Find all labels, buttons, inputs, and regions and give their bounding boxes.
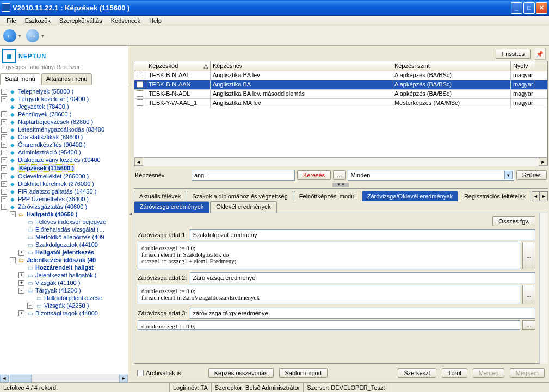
expand-icon[interactable]: +	[1, 111, 7, 117]
tree-item[interactable]: +◆Létesítménygazdálkodás (83400	[1, 126, 127, 133]
tree-item[interactable]: ▭Szakdolgozatok (44100	[1, 241, 127, 248]
scroll-left-arrow[interactable]: ◄	[0, 375, 9, 382]
expand-icon[interactable]: +	[1, 96, 7, 102]
tree-item[interactable]: +▭Hallgatói jelentkezés	[1, 248, 127, 256]
row-checkbox[interactable]	[137, 72, 143, 78]
tree-item[interactable]: -▭Tárgyak (41200 )	[1, 287, 127, 294]
panel-collapse-toggle[interactable]: ▼▼	[332, 183, 349, 187]
tree-item[interactable]: -🗂Jelentkezési időszak (40	[1, 256, 127, 264]
row-checkbox[interactable]	[137, 90, 143, 97]
navigation-tree[interactable]: +◆Telephelyek (55800 )+◆Tárgyak kezelése…	[0, 85, 128, 374]
expand-icon[interactable]: +	[1, 196, 7, 202]
expand-icon[interactable]: -	[10, 211, 16, 217]
expand-icon[interactable]: +	[18, 310, 24, 316]
expand-icon[interactable]: +	[1, 189, 7, 195]
pin-icon[interactable]: 📌	[534, 48, 546, 60]
expand-icon[interactable]: +	[18, 272, 24, 278]
expand-icon[interactable]: +	[1, 157, 7, 163]
expand-icon[interactable]: +	[1, 173, 7, 179]
code-textarea[interactable]: double osszeg1 := 0.0; foreach elem1 in …	[138, 285, 520, 304]
tree-item[interactable]: +◆Órarendkészítés (90400 )	[1, 141, 127, 148]
tab-own-menu[interactable]: Saját menü	[0, 73, 40, 85]
filter-button[interactable]: Szűrés	[516, 170, 547, 180]
tree-item[interactable]: ◆Jegyzetek (78400 )	[1, 103, 127, 110]
table-row[interactable]: TEBK-B-N-AANAnglisztika BAAlapképzés (BA…	[134, 80, 547, 90]
tree-item[interactable]: +▭Bizottsági tagok (44000	[1, 309, 127, 317]
dropdown-arrow-icon[interactable]: ▼	[504, 171, 513, 179]
tree-item[interactable]: +◆Diákhitel kérelmek (276000 )	[1, 180, 127, 188]
expand-icon[interactable]: +	[1, 181, 7, 187]
grid-scroll-right[interactable]: ►	[539, 158, 547, 166]
module-tab[interactable]: Záróvizsga/Oklevél eredmények	[362, 191, 458, 201]
expand-icon[interactable]: +	[1, 127, 7, 133]
row-checkbox[interactable]	[137, 81, 143, 88]
tab-general-menu[interactable]: Általános menü	[41, 73, 92, 85]
expand-icon[interactable]: +	[27, 303, 33, 309]
forward-dropdown[interactable]: ▾	[41, 33, 47, 39]
tree-item[interactable]: +▭Vizsgák (42250 )	[1, 302, 127, 309]
sub-tab[interactable]: Oklevél eredmények	[210, 201, 276, 213]
expand-icon[interactable]: -	[10, 257, 16, 263]
module-tab[interactable]: Szakok a diplomához és végzettség	[187, 191, 293, 201]
expand-icon[interactable]: +	[1, 134, 7, 140]
row-checkbox[interactable]	[137, 99, 143, 106]
tree-item[interactable]: +◆Pénzügyek (78600 )	[1, 110, 127, 118]
tree-item[interactable]: ▭Hozzárendelt hallgat	[1, 264, 127, 271]
module-tab[interactable]: Aktuális félévek	[134, 191, 186, 201]
edit-button[interactable]: Szerkeszt	[398, 368, 436, 378]
module-tab[interactable]: Felnőttképzési modul	[294, 191, 361, 201]
menu-file[interactable]: File	[2, 16, 21, 25]
tree-item[interactable]: +◆Oklevélmelléklet (266000 )	[1, 172, 127, 180]
all-functions-button[interactable]: Összes fgv.	[492, 216, 535, 226]
menu-roles[interactable]: Szerepkörváltás	[55, 16, 107, 25]
tree-item[interactable]: ▭Féléves indexsor bejegyzé	[1, 218, 127, 226]
grid-header-checkbox[interactable]	[134, 61, 146, 71]
expand-icon[interactable]: +	[18, 280, 24, 286]
expand-icon[interactable]: +	[18, 250, 24, 256]
grid-header-level[interactable]: Képzési szint	[392, 61, 511, 71]
table-row[interactable]: TEBK-Y-W-AAL_1Anglisztika MA levMesterké…	[134, 99, 547, 108]
tree-item[interactable]: -◆Záróvizsgáztatás (40600 )	[1, 203, 127, 210]
archive-checkbox[interactable]	[137, 370, 144, 376]
browse-button[interactable]: ...	[522, 242, 535, 269]
merge-button[interactable]: Képzés összevonás	[208, 368, 274, 378]
scroll-thumb[interactable]	[10, 375, 32, 382]
tree-item[interactable]: +◆Óra statisztikák (89600 )	[1, 133, 127, 141]
content-vertical-scrollbar[interactable]	[539, 213, 548, 364]
tree-item[interactable]: +◆FIR adatszolgáltatás (14450 )	[1, 188, 127, 195]
maximize-button[interactable]: □	[523, 2, 535, 14]
scroll-right-arrow[interactable]: ►	[119, 375, 128, 382]
grid-horizontal-scrollbar[interactable]: ◄ ►	[134, 157, 547, 166]
minimize-button[interactable]: _	[511, 2, 522, 14]
sub-tab[interactable]: Záróvizsga eredmények	[134, 201, 209, 213]
data-name-input[interactable]	[190, 272, 535, 283]
expand-icon[interactable]: +	[1, 165, 7, 171]
expand-icon[interactable]: -	[1, 204, 7, 210]
close-button[interactable]: ✕	[536, 2, 547, 14]
expand-icon[interactable]: +	[1, 89, 7, 95]
expand-icon[interactable]: +	[1, 142, 7, 148]
data-name-input[interactable]	[190, 308, 535, 319]
search-button[interactable]: Keresés	[297, 170, 331, 180]
menu-tools[interactable]: Eszközök	[21, 16, 55, 25]
browse-button[interactable]: ...	[522, 320, 535, 330]
back-dropdown[interactable]: ▾	[18, 33, 24, 39]
splitter-handle[interactable]	[128, 46, 133, 382]
tree-item[interactable]: +▭Jelentkezett hallgatók (	[1, 271, 127, 279]
table-row[interactable]: TEBK-B-N-ADLAnglisztika BA lev. másoddip…	[134, 90, 547, 99]
module-tab[interactable]: Regisztrációs feltételek	[459, 191, 531, 201]
tree-item[interactable]: -🗂Hallgatók (40650 )	[1, 210, 127, 218]
browse-button[interactable]: ...	[522, 285, 535, 304]
import-button[interactable]: Sablon import	[279, 368, 328, 378]
delete-button[interactable]: Töröl	[442, 368, 467, 378]
code-textarea[interactable]: double osszeg1 := 0.0;	[138, 320, 520, 330]
forward-button[interactable]: →	[26, 29, 39, 42]
data-grid[interactable]: Képzéskód △ Képzésnév Képzési szint Nyel…	[134, 61, 548, 166]
tree-item[interactable]: ▭Mérföldkő ellenőrzés (409	[1, 233, 127, 241]
tree-item[interactable]: +◆Képzések (115600 )	[1, 164, 127, 172]
tree-item[interactable]: +◆PPP Üzemeltetés (36400 )	[1, 195, 127, 203]
tree-item[interactable]: +◆Naptárbejegyzések (82800 )	[1, 118, 127, 126]
filter-dropdown[interactable]: Minden ▼	[348, 170, 514, 181]
expand-icon[interactable]: -	[18, 288, 24, 294]
back-button[interactable]: ←	[3, 29, 16, 42]
